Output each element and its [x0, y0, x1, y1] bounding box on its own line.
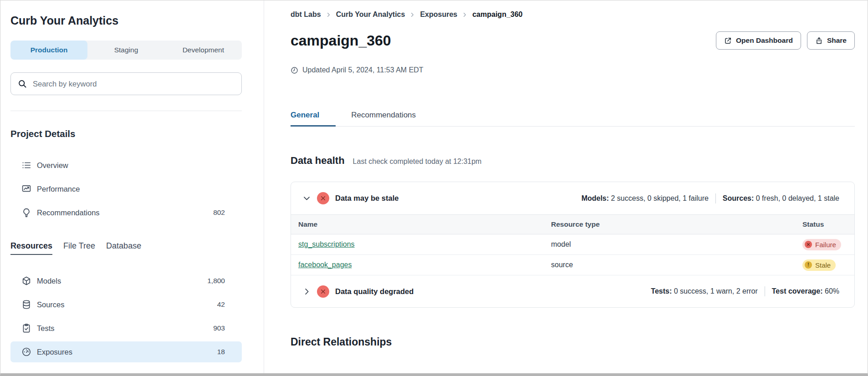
page-title: campaign_360 — [291, 32, 391, 49]
share-label: Share — [827, 36, 847, 45]
quality-section-stats: Tests: 0 success, 1 warn, 2 error Test c… — [651, 286, 839, 296]
updated-text: Updated April 5, 2024, 11:53 AM EDT — [302, 66, 424, 74]
tab-database[interactable]: Database — [106, 241, 141, 255]
clock-icon — [291, 66, 298, 74]
open-dashboard-button[interactable]: Open Dashboard — [716, 31, 801, 50]
database-icon — [21, 300, 31, 310]
sources-stats-value: 0 fresh, 0 delayed, 1 stale — [754, 194, 839, 203]
sidebar-item-label: Tests — [37, 324, 55, 333]
table-row: facebook_pages source ! Stale — [291, 255, 854, 275]
sidebar-item-tests[interactable]: Tests 903 — [10, 318, 242, 339]
tests-stats-value: 0 success, 1 warn, 2 error — [672, 287, 758, 295]
quality-accordion-row[interactable]: Data quality degraded Tests: 0 success, … — [291, 275, 854, 307]
sidebar-item-sources[interactable]: Sources 42 — [10, 294, 242, 315]
models-stats-label: Models: — [582, 194, 609, 203]
breadcrumb-current: campaign_360 — [472, 10, 522, 19]
tab-resources[interactable]: Resources — [10, 241, 52, 255]
stale-section-title: Data may be stale — [335, 194, 398, 203]
sidebar-item-label: Overview — [37, 161, 68, 170]
tab-general[interactable]: General — [291, 111, 336, 127]
resource-link-facebook-pages[interactable]: facebook_pages — [298, 261, 352, 269]
status-badge-label: Failure — [815, 241, 836, 249]
table-header: Name Resource type Status — [291, 214, 854, 234]
sidebar-item-label: Recommendations — [37, 208, 100, 217]
project-details-nav: Overview Performance — [10, 155, 242, 223]
models-count: 1,800 — [207, 277, 225, 285]
error-x-icon — [317, 192, 329, 204]
clipboard-check-icon — [21, 323, 31, 333]
status-badge-failure: Failure — [802, 239, 841, 250]
direct-relationships-heading: Direct Relationships — [291, 336, 855, 348]
share-button[interactable]: Share — [807, 31, 855, 50]
stale-section-stats: Models: 2 success, 0 skipped, 1 failure … — [582, 193, 839, 203]
cube-icon — [21, 276, 31, 286]
chevron-right-icon[interactable] — [302, 287, 311, 296]
project-title: Curb Your Analytics — [10, 14, 242, 27]
sidebar-item-models[interactable]: Models 1,800 — [10, 270, 242, 291]
tests-count: 903 — [213, 324, 225, 332]
sources-count: 42 — [217, 300, 225, 309]
sidebar-item-label: Performance — [37, 185, 80, 193]
last-check-text: Last check completed today at 12:31pm — [353, 158, 482, 166]
detail-tabs: General Recommendations — [291, 111, 855, 127]
sidebar-divider — [10, 111, 242, 111]
chevron-down-icon[interactable] — [302, 194, 311, 203]
environment-tabs: Production Staging Development — [10, 41, 242, 60]
external-link-icon — [724, 37, 732, 45]
env-tab-development[interactable]: Development — [165, 41, 242, 60]
resource-link-stg-subscriptions[interactable]: stg_subscriptions — [298, 240, 355, 249]
stale-accordion-row[interactable]: Data may be stale Models: 2 success, 0 s… — [291, 182, 854, 214]
env-tab-staging[interactable]: Staging — [87, 41, 164, 60]
sidebar: Curb Your Analytics Production Staging D… — [0, 0, 264, 373]
exposures-count: 18 — [217, 348, 225, 356]
warning-exclamation-icon: ! — [805, 261, 812, 269]
breadcrumb-exposures[interactable]: Exposures — [420, 10, 457, 19]
sidebar-item-recommendations[interactable]: Recommendations 802 — [10, 202, 242, 223]
search-input[interactable] — [32, 79, 235, 89]
gauge-icon — [21, 347, 31, 357]
stats-divider — [765, 286, 765, 296]
sources-stats-label: Sources: — [723, 194, 754, 203]
sidebar-item-performance[interactable]: Performance — [10, 178, 242, 199]
sidebar-item-overview[interactable]: Overview — [10, 155, 242, 176]
lightbulb-icon — [21, 208, 31, 218]
title-row: campaign_360 Open Dashboard — [291, 31, 855, 50]
breadcrumb: dbt Labs Curb Your Analytics Exposures c… — [291, 10, 855, 19]
resource-type-cell: source — [551, 261, 802, 269]
breadcrumb-dbt-labs[interactable]: dbt Labs — [291, 10, 321, 19]
table-row: stg_subscriptions model Failure — [291, 234, 854, 255]
status-badge-stale: ! Stale — [802, 259, 836, 271]
tests-stats-label: Tests: — [651, 287, 672, 295]
env-tab-production[interactable]: Production — [10, 41, 87, 60]
sidebar-item-exposures[interactable]: Exposures 18 — [10, 341, 242, 362]
main-content: dbt Labs Curb Your Analytics Exposures c… — [264, 0, 868, 373]
project-details-heading: Project Details — [10, 128, 242, 139]
stats-divider — [715, 193, 716, 203]
tab-file-tree[interactable]: File Tree — [63, 241, 95, 255]
sidebar-item-label: Models — [37, 277, 61, 285]
chevron-right-icon — [326, 12, 331, 17]
share-icon — [815, 37, 823, 45]
chevron-right-icon — [410, 12, 415, 17]
status-badge-label: Stale — [815, 261, 831, 269]
app-window: Curb Your Analytics Production Staging D… — [0, 0, 868, 376]
performance-chart-icon — [21, 184, 31, 194]
header-actions: Open Dashboard Share — [716, 31, 855, 50]
quality-section-title: Data quality degraded — [335, 287, 414, 296]
sidebar-item-label: Sources — [37, 300, 65, 309]
column-header-status: Status — [802, 220, 854, 229]
coverage-stats-value: 60% — [823, 287, 839, 295]
tab-recommendations[interactable]: Recommendations — [351, 111, 432, 127]
sidebar-item-label: Exposures — [37, 348, 72, 356]
search-icon — [18, 79, 27, 88]
coverage-stats-label: Test coverage: — [772, 287, 823, 295]
data-health-card: Data may be stale Models: 2 success, 0 s… — [291, 182, 855, 308]
resource-type-cell: model — [551, 240, 802, 249]
resources-nav: Models 1,800 Sources 42 — [10, 270, 242, 362]
open-dashboard-label: Open Dashboard — [736, 36, 793, 45]
search-box[interactable] — [10, 72, 242, 95]
models-stats-value: 2 success, 0 skipped, 1 failure — [609, 194, 709, 203]
breadcrumb-project[interactable]: Curb Your Analytics — [336, 10, 405, 19]
error-x-icon — [317, 285, 329, 298]
error-x-icon — [805, 241, 812, 248]
